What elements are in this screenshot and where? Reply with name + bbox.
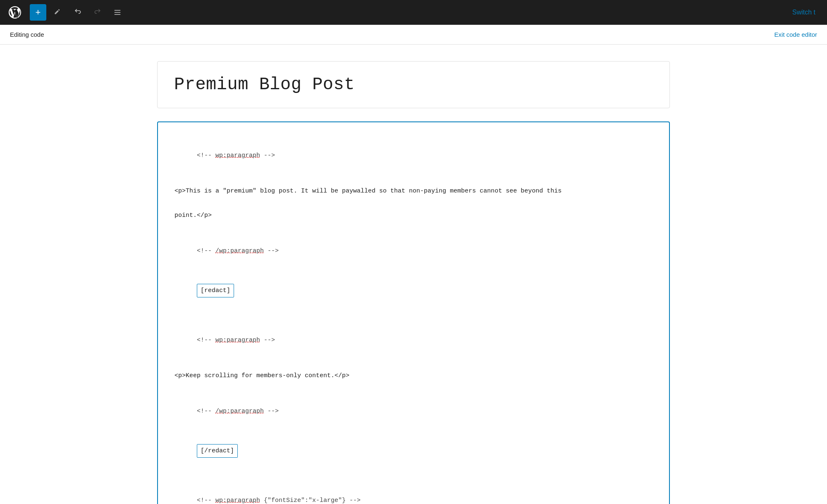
- pencil-icon: [54, 8, 62, 17]
- list-icon: [113, 8, 122, 17]
- spacer: [174, 200, 653, 207]
- add-icon: +: [36, 7, 41, 18]
- redo-icon: [93, 8, 102, 17]
- spacer: [174, 224, 653, 231]
- title-block[interactable]: Premium Blog Post: [157, 61, 670, 108]
- code-line: <!-- /wp:paragraph -->: [174, 395, 653, 428]
- code-line: <!-- /wp:paragraph -->: [174, 234, 653, 268]
- pencil-button[interactable]: [50, 4, 66, 21]
- comment-close: -->: [264, 247, 279, 254]
- comment-close: {"fontSize":"x-large"} -->: [260, 497, 361, 504]
- editing-bar: Editing code Exit code editor: [0, 25, 827, 45]
- wp-logo[interactable]: [5, 2, 25, 22]
- wp-tag: wp:paragraph: [215, 337, 260, 344]
- spacer: [174, 176, 653, 182]
- spacer: [174, 474, 653, 480]
- redact-close-shortcode: [/redact]: [197, 444, 238, 458]
- add-block-button[interactable]: +: [30, 4, 46, 21]
- code-line: point.</p>: [174, 210, 653, 221]
- comment-open: <!--: [197, 247, 215, 254]
- code-line: <!-- wp:paragraph -->: [174, 323, 653, 357]
- code-line: <p>This is a "premium" blog post. It wil…: [174, 185, 653, 197]
- undo-icon: [74, 8, 82, 17]
- wp-tag: wp:paragraph: [215, 497, 260, 504]
- code-line: <p>Keep scrolling for members-only conte…: [174, 370, 653, 381]
- exit-code-editor-link[interactable]: Exit code editor: [774, 31, 817, 38]
- comment-open: <!--: [197, 337, 215, 344]
- wp-tag: wp:paragraph: [215, 152, 260, 159]
- undo-button[interactable]: [69, 4, 86, 21]
- wp-tag: /wp:paragraph: [215, 408, 264, 415]
- code-editor-block[interactable]: <!-- wp:paragraph --> <p>This is a "prem…: [157, 121, 670, 504]
- spacer: [174, 385, 653, 391]
- code-line: <!-- wp:paragraph {"fontSize":"x-large"}…: [174, 484, 653, 504]
- list-view-button[interactable]: [109, 4, 126, 21]
- code-line: <!-- wp:paragraph -->: [174, 139, 653, 172]
- redact-shortcode: [redact]: [197, 284, 234, 297]
- redo-button[interactable]: [89, 4, 106, 21]
- main-content: Premium Blog Post <!-- wp:paragraph --> …: [124, 45, 703, 504]
- redact-line: [redact]: [174, 271, 653, 310]
- editing-code-label: Editing code: [10, 31, 44, 38]
- redact-close-line: [/redact]: [174, 431, 653, 471]
- spacer: [174, 314, 653, 320]
- comment-open: <!--: [197, 408, 215, 415]
- spacer: [174, 360, 653, 367]
- switch-link[interactable]: Switch t: [786, 5, 822, 19]
- comment-close: -->: [264, 408, 279, 415]
- comment-open: <!--: [197, 152, 215, 159]
- main-toolbar: + Switch t: [0, 0, 827, 25]
- comment-close: -->: [260, 152, 275, 159]
- post-title: Premium Blog Post: [174, 75, 653, 95]
- wp-tag: /wp:paragraph: [215, 247, 264, 254]
- comment-open: <!--: [197, 497, 215, 504]
- comment-close: -->: [260, 337, 275, 344]
